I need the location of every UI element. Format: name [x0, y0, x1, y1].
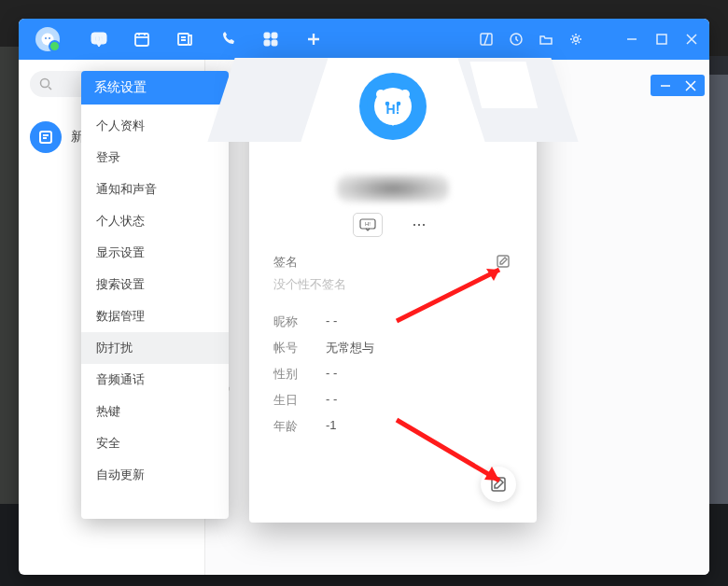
- field-label: 生日: [273, 392, 301, 409]
- avatar-icon: H!: [367, 80, 419, 133]
- close-icon: [685, 33, 698, 46]
- calendar-icon: [133, 31, 150, 48]
- field-value: - -: [326, 392, 337, 409]
- screenshot-icon: [480, 33, 493, 46]
- settings-title: 系统设置: [81, 71, 229, 105]
- svg-text:H!: H!: [386, 102, 400, 117]
- settings-button[interactable]: [569, 33, 582, 46]
- window-close[interactable]: [685, 33, 698, 46]
- window-maximize[interactable]: [655, 33, 668, 46]
- titlebar-right: [480, 33, 698, 46]
- settings-item-6[interactable]: 数据管理: [81, 300, 229, 332]
- field-value: -1: [326, 418, 337, 435]
- svg-rect-6: [135, 34, 148, 46]
- svg-rect-7: [178, 34, 189, 45]
- files-button[interactable]: [539, 33, 553, 46]
- svg-point-14: [574, 37, 579, 42]
- bg-minimize[interactable]: [658, 78, 672, 92]
- svg-text:H!: H!: [95, 35, 103, 43]
- plus-icon: [305, 31, 322, 48]
- svg-line-29: [397, 270, 499, 321]
- signature-label: 签名: [273, 254, 298, 271]
- history-button[interactable]: [510, 33, 523, 46]
- maximize-icon: [655, 33, 668, 46]
- svg-rect-10: [264, 40, 270, 46]
- svg-point-2: [45, 37, 47, 39]
- field-value: - -: [326, 366, 337, 383]
- tab-news[interactable]: [175, 30, 194, 49]
- user-avatar[interactable]: [35, 27, 60, 51]
- profile-field: 生日- -: [273, 392, 512, 409]
- tab-chat[interactable]: H!: [90, 30, 108, 49]
- svg-rect-8: [264, 33, 270, 38]
- profile-actions: H! ···: [249, 213, 537, 237]
- screenshot-button[interactable]: [480, 33, 493, 46]
- svg-line-31: [397, 420, 499, 481]
- settings-panel: 系统设置 个人资料登录通知和声音个人状态显示设置搜索设置数据管理防打扰音频通话热…: [81, 71, 229, 519]
- svg-point-22: [376, 90, 385, 99]
- svg-point-16: [41, 79, 49, 88]
- profile-field: 性别- -: [273, 366, 512, 383]
- settings-item-8[interactable]: 音频通话: [81, 364, 229, 396]
- note-icon: [37, 129, 54, 146]
- titlebar-tabs: H!: [90, 30, 323, 49]
- minimize-icon: [625, 33, 638, 46]
- field-value: - -: [326, 314, 337, 330]
- profile-nickname-image: [249, 170, 537, 207]
- settings-item-2[interactable]: 通知和声音: [81, 174, 229, 205]
- settings-item-1[interactable]: 登录: [81, 142, 229, 174]
- apps-icon: [262, 31, 279, 48]
- folder-icon: [539, 33, 553, 46]
- svg-point-3: [49, 37, 50, 39]
- search-icon: [39, 77, 52, 91]
- svg-rect-9: [272, 33, 277, 38]
- annotation-arrow: [387, 256, 527, 330]
- field-label: 性别: [273, 366, 301, 383]
- settings-item-0[interactable]: 个人资料: [81, 110, 229, 142]
- window-minimize[interactable]: [625, 33, 638, 46]
- field-value: 无常想与: [326, 340, 374, 356]
- settings-item-11[interactable]: 自动更新: [81, 459, 229, 491]
- field-label: 年龄: [273, 418, 301, 435]
- status-online-dot: [49, 40, 61, 52]
- backdrop: [0, 47, 21, 551]
- news-icon: [176, 31, 193, 48]
- send-message-button[interactable]: H!: [353, 213, 383, 237]
- profile-avatar[interactable]: H!: [359, 73, 427, 140]
- conversation-avatar: [30, 121, 62, 153]
- tab-call[interactable]: [218, 30, 237, 49]
- background-window-controls: [651, 75, 705, 96]
- profile-header: H!: [249, 58, 537, 170]
- tab-apps[interactable]: [261, 30, 280, 49]
- field-label: 帐号: [273, 340, 301, 356]
- phone-icon: [219, 31, 236, 48]
- tab-calendar[interactable]: [133, 30, 151, 49]
- titlebar: H!: [19, 19, 709, 60]
- more-actions-button[interactable]: ···: [405, 213, 433, 235]
- settings-item-3[interactable]: 个人状态: [81, 205, 229, 237]
- history-icon: [510, 33, 523, 46]
- field-label: 昵称: [273, 314, 301, 330]
- svg-text:H!: H!: [365, 221, 371, 227]
- svg-point-23: [400, 90, 410, 99]
- settings-item-5[interactable]: 搜索设置: [81, 269, 229, 300]
- profile-field: 帐号无常想与: [273, 340, 512, 356]
- chat-bubble-icon: H!: [359, 218, 376, 231]
- settings-item-7[interactable]: 防打扰: [81, 332, 229, 364]
- settings-item-10[interactable]: 安全: [81, 427, 229, 459]
- settings-item-4[interactable]: 显示设置: [81, 237, 229, 269]
- bg-close[interactable]: [683, 78, 697, 92]
- annotation-arrow: [387, 411, 527, 499]
- chat-icon: H!: [90, 30, 108, 49]
- svg-rect-11: [272, 40, 277, 46]
- gear-icon: [569, 33, 582, 46]
- tab-add[interactable]: [304, 30, 323, 49]
- svg-rect-15: [657, 35, 666, 44]
- settings-item-9[interactable]: 热键: [81, 396, 229, 427]
- settings-list: 个人资料登录通知和声音个人状态显示设置搜索设置数据管理防打扰音频通话热键安全自动…: [81, 105, 229, 496]
